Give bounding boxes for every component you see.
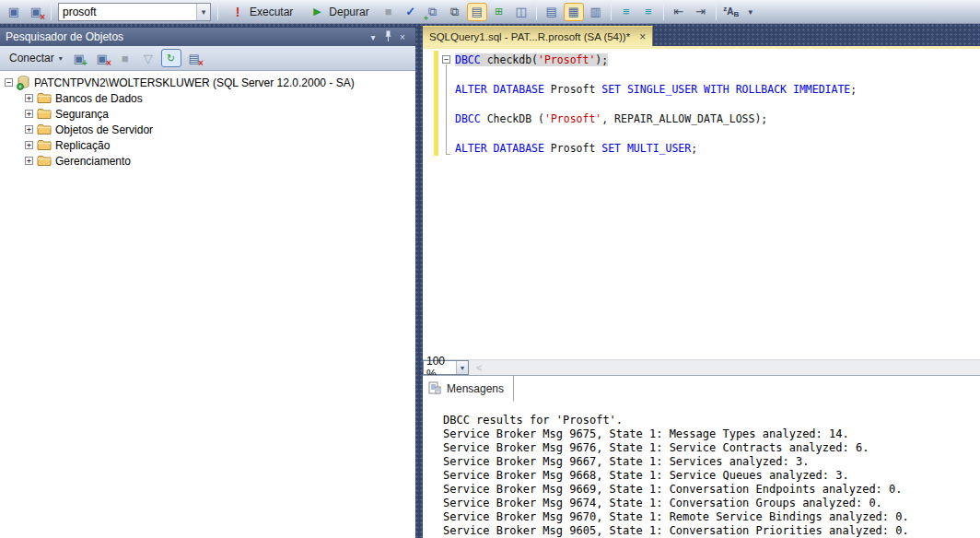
oe-script-error-icon[interactable]: ▤	[184, 49, 204, 67]
oe-stop-icon: ■	[115, 49, 135, 67]
message-line: Service Broker Msg 9676, State 1: Servic…	[443, 441, 980, 455]
folder-node-label: Gerenciamento	[55, 155, 131, 168]
tree-row-folder[interactable]: + Segurança	[0, 106, 415, 122]
estimated-plan-icon[interactable]: ⧉	[423, 3, 443, 21]
execute-button[interactable]: !Executar	[223, 2, 300, 22]
ssms-window: { "glyphs": { "dropdown": "▾", "close": …	[0, 0, 980, 538]
change-connection-icon[interactable]: ▣	[26, 3, 46, 21]
execute-button-label: Executar	[250, 6, 293, 18]
toolbar-overflow-icon[interactable]: ▾	[743, 3, 758, 21]
oe-filter-icon[interactable]: ▽	[138, 49, 158, 67]
object-explorer-tree[interactable]: − PATCNTPVN2\WOLTERSKLUWER (SQL Server 1…	[0, 71, 415, 538]
increase-indent-icon[interactable]: ⇥	[691, 3, 711, 21]
oe-connect-icon[interactable]: ▣	[69, 49, 89, 67]
debug-button[interactable]: ▶Depurar	[302, 2, 376, 22]
uncomment-icon[interactable]: ≡	[638, 3, 659, 21]
change-tracking-bar	[434, 51, 438, 156]
editor-scroll-row: 100 % ▾ <	[423, 359, 980, 375]
message-line: Service Broker Msg 9668, State 1: Servic…	[443, 469, 980, 483]
tree-row-folder[interactable]: + Replicação	[0, 137, 415, 153]
message-line: Service Broker Msg 9605, State 1: Conver…	[443, 524, 980, 538]
results-tab-bar: Mensagens	[423, 375, 980, 402]
oe-disconnect-icon[interactable]: ▣	[92, 49, 112, 67]
expand-icon[interactable]: +	[25, 157, 33, 165]
message-line: Service Broker Msg 9674, State 1: Conver…	[443, 497, 980, 510]
message-line: Service Broker Msg 9669, State 1: Conver…	[443, 483, 980, 497]
intellisense-icon[interactable]: ▤	[467, 3, 487, 21]
message-line: Service Broker Msg 9675, State 1: Messag…	[443, 427, 980, 441]
code-line[interactable]	[455, 97, 980, 111]
document-tab-title: SQLQuery1.sql - PAT...R.prosoft (SA (54)…	[429, 31, 630, 42]
actual-plan-icon[interactable]: ⊞	[489, 3, 509, 21]
close-icon[interactable]: ×	[395, 32, 410, 42]
code-line[interactable]	[455, 67, 980, 82]
sql-code-editor[interactable]: − DBCC checkdb('Prosoft');ALTER DATABASE…	[423, 49, 980, 359]
debug-button-label: Depurar	[329, 6, 368, 18]
tree-row-folder[interactable]: + Gerenciamento	[0, 153, 415, 169]
client-statistics-icon[interactable]: ◫	[511, 3, 531, 21]
comment-icon[interactable]: ≡	[616, 3, 636, 21]
query-options-icon[interactable]: ⧉	[445, 3, 465, 21]
messages-icon	[428, 381, 441, 395]
object-explorer-titlebar[interactable]: Pesquisador de Objetos ▾ ×	[0, 28, 415, 46]
editor-panel: − DBCC checkdb('Prosoft');ALTER DATABASE…	[423, 46, 980, 538]
results-to-file-icon[interactable]: ▥	[586, 3, 606, 21]
folder-node-label: Bancos de Dados	[55, 92, 143, 105]
chevron-down-icon: ▾	[59, 54, 63, 63]
message-line: Service Broker Msg 9670, State 1: Remote…	[443, 510, 980, 524]
tab-close-icon[interactable]: ×	[639, 30, 646, 43]
expand-icon[interactable]: +	[25, 141, 33, 149]
database-combobox[interactable]: prosoft▾	[58, 3, 211, 21]
folder-icon	[37, 139, 52, 151]
code-line[interactable]	[455, 126, 980, 141]
template-params-icon[interactable]: A	[721, 3, 741, 21]
folder-icon	[37, 108, 52, 120]
code-line[interactable]: ALTER DATABASE Prosoft SET MULTI_USER;	[455, 141, 980, 156]
collapse-icon[interactable]: −	[5, 78, 13, 87]
expand-icon[interactable]: +	[25, 110, 33, 118]
toolbar-separator	[716, 4, 717, 20]
toolbar-separator	[536, 4, 537, 20]
code-line[interactable]: DBCC checkdb('Prosoft');	[455, 53, 980, 67]
oe-refresh-icon[interactable]: ↻	[161, 49, 181, 67]
pin-icon[interactable]	[380, 30, 395, 44]
fold-collapse-icon[interactable]: −	[442, 55, 450, 64]
tree-row-folder[interactable]: + Objetos de Servidor	[0, 122, 415, 137]
object-explorer-panel: Pesquisador de Objetos ▾ × Conectar ▾ ▣▣…	[0, 28, 415, 538]
results-to-text-icon[interactable]: ▤	[542, 3, 562, 21]
folder-node-label: Segurança	[55, 108, 109, 121]
folder-icon	[37, 92, 52, 104]
toolbar-separator	[663, 4, 664, 20]
decrease-indent-icon[interactable]: ⇤	[669, 3, 689, 21]
connect-button[interactable]: Conectar ▾	[6, 49, 66, 68]
messages-tab-label: Mensagens	[447, 382, 504, 395]
messages-output[interactable]: DBCC results for 'Prosoft'. Service Brok…	[423, 402, 980, 538]
stop-icon: ■	[379, 3, 399, 21]
folder-icon	[37, 123, 52, 135]
tree-row-folder[interactable]: + Bancos de Dados	[0, 90, 415, 106]
toolbar-separator	[217, 4, 218, 20]
connect-icon[interactable]: ▣	[4, 3, 24, 21]
expand-icon[interactable]: +	[25, 94, 33, 102]
parse-icon[interactable]: ✓	[401, 3, 421, 21]
sql-editor-toolbar: ▣▣prosoft▾!Executar▶Depurar■✓⧉⧉▤⊞◫▤▦▥≡≡⇤…	[0, 0, 980, 24]
folder-icon	[37, 155, 52, 167]
toolbar-separator	[611, 4, 612, 20]
window-position-icon[interactable]: ▾	[366, 32, 380, 42]
results-to-grid-icon[interactable]: ▦	[564, 3, 584, 21]
object-explorer-toolbar: Conectar ▾ ▣▣■▽↻▤	[0, 46, 415, 71]
tree-row-server[interactable]: − PATCNTPVN2\WOLTERSKLUWER (SQL Server 1…	[0, 75, 415, 90]
expand-icon[interactable]: +	[25, 125, 33, 134]
code-line[interactable]: DBCC CheckDB ('Prosoft', REPAIR_ALLOW_DA…	[455, 111, 980, 126]
message-line: DBCC results for 'Prosoft'.	[443, 414, 980, 427]
toolbar-separator	[51, 4, 52, 20]
server-icon	[17, 76, 30, 90]
code-line[interactable]: ALTER DATABASE Prosoft SET SINGLE_USER W…	[455, 82, 980, 97]
document-tab[interactable]: SQLQuery1.sql - PAT...R.prosoft (SA (54)…	[423, 26, 653, 46]
chevron-down-icon[interactable]: ▾	[196, 4, 210, 20]
zoom-combobox[interactable]: 100 % ▾	[423, 360, 469, 375]
chevron-down-icon[interactable]: ▾	[456, 361, 468, 374]
object-explorer-title: Pesquisador de Objetos	[6, 30, 366, 43]
hscroll-left-arrow[interactable]: <	[476, 362, 482, 373]
tab-messages[interactable]: Mensagens	[423, 376, 514, 402]
